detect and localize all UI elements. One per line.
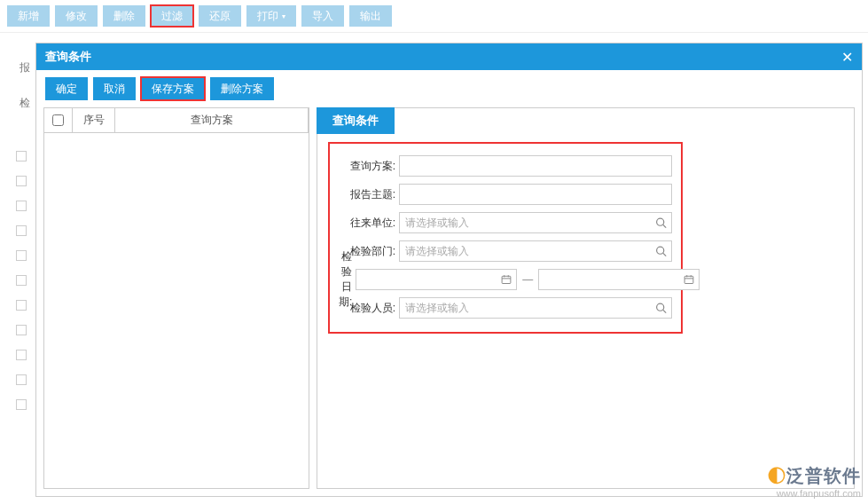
staff-label: 检验人员: — [339, 301, 395, 316]
background-checkboxes — [16, 151, 27, 424]
subject-label: 报告主题: — [339, 187, 395, 202]
scheme-grid: 序号 查询方案 — [43, 107, 309, 489]
staff-input[interactable] — [399, 297, 672, 319]
modal-header: 查询条件 ✕ — [36, 43, 862, 70]
condition-pane: 查询条件 查询方案: 报告主题: 往来单位: — [317, 107, 855, 489]
cancel-button[interactable]: 取消 — [93, 77, 136, 100]
condition-title: 查询条件 — [317, 107, 395, 134]
add-button[interactable]: 新增 — [7, 5, 50, 27]
query-modal: 查询条件 ✕ 确定 取消 保存方案 删除方案 序号 查询方案 查询条件 查询方案… — [35, 43, 863, 497]
condition-form: 查询方案: 报告主题: 往来单位: — [328, 142, 683, 334]
select-all-checkbox[interactable] — [52, 114, 64, 126]
delete-button[interactable]: 删除 — [103, 5, 145, 27]
dept-input[interactable] — [399, 240, 672, 262]
partner-label: 往来单位: — [339, 216, 395, 231]
subject-input[interactable] — [399, 184, 672, 205]
main-toolbar: 新增 修改 删除 过滤 还原 打印▾ 导入 输出 — [0, 0, 868, 33]
import-button[interactable]: 导入 — [301, 5, 344, 27]
restore-button[interactable]: 还原 — [199, 5, 241, 27]
chevron-down-icon: ▾ — [282, 12, 285, 20]
edit-button[interactable]: 修改 — [55, 5, 98, 27]
col-seq: 序号 — [73, 108, 115, 132]
modal-toolbar: 确定 取消 保存方案 删除方案 — [36, 70, 862, 107]
background-labels: 报 检 — [20, 50, 30, 121]
close-icon[interactable]: ✕ — [841, 49, 853, 66]
col-scheme: 查询方案 — [115, 108, 309, 132]
date-to-input[interactable] — [538, 269, 700, 290]
scheme-input[interactable] — [399, 155, 672, 177]
print-button[interactable]: 打印▾ — [246, 5, 296, 27]
grid-header: 序号 查询方案 — [44, 108, 309, 133]
delete-scheme-button[interactable]: 删除方案 — [210, 77, 274, 100]
date-sep: — — [522, 273, 533, 286]
ok-button[interactable]: 确定 — [45, 77, 88, 100]
partner-input[interactable] — [399, 212, 672, 233]
scheme-label: 查询方案: — [339, 159, 395, 174]
watermark: ◐泛普软件 www.fanpusoft.com — [768, 464, 861, 499]
modal-title: 查询条件 — [45, 49, 91, 65]
save-scheme-button[interactable]: 保存方案 — [141, 77, 205, 100]
filter-button[interactable]: 过滤 — [151, 5, 193, 27]
date-from-input[interactable] — [356, 269, 517, 290]
export-button[interactable]: 输出 — [349, 5, 392, 27]
